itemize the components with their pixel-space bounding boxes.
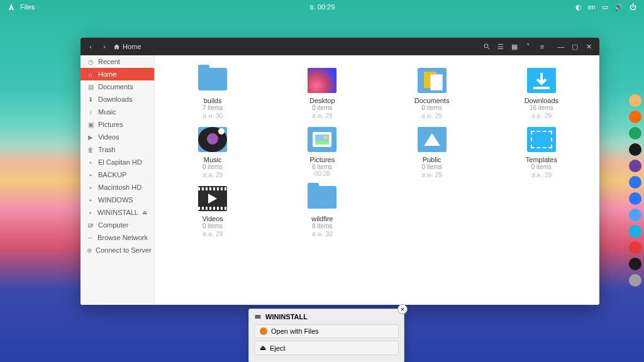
sidebar-item-macintosh-hd[interactable]: ▪Macintosh HD <box>80 181 154 194</box>
sidebar-item-windows[interactable]: ▪WINDOWS <box>80 194 154 206</box>
folder-name: builds <box>204 97 222 104</box>
folder-documents[interactable]: Documents 0 items ส.ค. 29 <box>380 68 484 121</box>
dock-app-4[interactable] <box>629 160 641 172</box>
sidebar-item-recent[interactable]: ◷Recent <box>80 55 154 68</box>
folder-date: ส.ค. 30 <box>312 229 332 239</box>
eject-button[interactable]: ⏏ Eject <box>254 341 399 355</box>
hamburger-menu-button[interactable]: ≡ <box>536 41 548 52</box>
sidebar-item-label: Connect to Server <box>96 246 152 254</box>
folder-item-count: 16 items <box>530 104 553 111</box>
sidebar-item-home[interactable]: ⌂Home <box>80 68 154 80</box>
folder-name: Music <box>204 156 222 163</box>
conn-icon: ⊕ <box>87 246 92 254</box>
folder-wildfire[interactable]: wildfire 8 items ส.ค. 30 <box>270 186 374 239</box>
sidebar-item-el-capitan-hd[interactable]: ▪El Capitan HD <box>80 156 154 168</box>
sidebar-item-label: Computer <box>98 221 128 229</box>
folder-date: ส.ค. 29 <box>531 170 552 180</box>
minimize-button[interactable]: — <box>555 41 567 52</box>
folder-icon <box>308 127 336 152</box>
location-breadcrumb[interactable]: Home <box>113 43 141 50</box>
eject-icon[interactable]: ⏏ <box>142 209 148 216</box>
drive-icon: ▪ <box>87 196 94 204</box>
eject-icon: ⏏ <box>260 344 266 352</box>
folder-item-count: 8 items <box>312 222 332 229</box>
dock-app-1[interactable] <box>629 111 641 123</box>
back-button[interactable]: ‹ <box>84 40 97 53</box>
dock-app-2[interactable] <box>629 127 641 140</box>
sidebar-item-label: Music <box>98 108 116 116</box>
dock-app-5[interactable] <box>629 176 641 189</box>
power-icon[interactable]: ⏻ <box>630 3 636 11</box>
dock-app-6[interactable] <box>629 192 641 205</box>
view-list-button[interactable]: ☰ <box>495 41 506 52</box>
view-grid-button[interactable]: ▦ <box>509 41 520 52</box>
dock-app-10[interactable] <box>629 258 641 270</box>
drive-icon: ▪ <box>87 209 94 216</box>
sidebar-item-trash[interactable]: 🗑Trash <box>80 143 154 156</box>
home-icon: ⌂ <box>87 70 94 78</box>
folder-name: Pictures <box>310 156 335 163</box>
folder-date: ส.ค. 29 <box>531 111 552 121</box>
folder-icon <box>418 127 447 152</box>
clock[interactable]: อ. 00:29 <box>309 1 335 13</box>
search-button[interactable] <box>481 41 492 52</box>
sidebar-item-documents[interactable]: ▤Documents <box>80 80 154 93</box>
dock-app-0[interactable] <box>629 94 641 107</box>
close-button[interactable]: ✕ <box>583 41 594 52</box>
forward-button[interactable]: › <box>98 40 111 53</box>
maximize-button[interactable]: ▢ <box>569 41 580 52</box>
app-name[interactable]: Files <box>20 3 35 11</box>
folder-icon <box>527 68 556 93</box>
dock-app-3[interactable] <box>629 143 641 156</box>
dock <box>629 94 641 287</box>
folder-item-count: 6 items <box>312 163 332 170</box>
dock-app-7[interactable] <box>629 209 641 221</box>
home-icon <box>113 43 120 50</box>
keyboard-lang[interactable]: en <box>588 3 596 11</box>
drive-icon: ▪ <box>87 171 94 178</box>
folder-icon <box>527 127 556 152</box>
folder-music[interactable]: Music 0 items ส.ค. 29 <box>161 127 264 180</box>
folder-pictures[interactable]: Pictures 6 items 00:28 <box>270 127 374 180</box>
sidebar-item-music[interactable]: ♪Music <box>80 106 154 118</box>
folder-videos[interactable]: Videos 0 items ส.ค. 29 <box>161 186 264 239</box>
folder-icon <box>198 186 227 211</box>
mount-notification: × WININSTALL Open with Files ⏏ Eject <box>248 309 404 362</box>
folder-builds[interactable]: builds 7 items ส.ค. 30 <box>161 68 264 121</box>
distro-logo-icon[interactable] <box>8 3 15 11</box>
sidebar-item-wininstall[interactable]: ▪WININSTALL⏏ <box>80 206 154 219</box>
clock-icon: ◷ <box>87 58 94 65</box>
sidebar-item-label: El Capitan HD <box>98 158 142 166</box>
svg-point-0 <box>484 44 488 48</box>
folder-templates[interactable]: Templates 0 items ส.ค. 29 <box>490 127 593 180</box>
sidebar-item-computer[interactable]: 🖳Computer <box>80 219 154 231</box>
sidebar-item-connect-to-server[interactable]: ⊕Connect to Server <box>80 244 154 256</box>
dock-app-9[interactable] <box>629 241 641 254</box>
volume-icon[interactable]: 🔊 <box>614 3 623 11</box>
view-dropdown-button[interactable]: ˅ <box>523 41 534 52</box>
folder-downloads[interactable]: Downloads 16 items ส.ค. 29 <box>490 68 593 121</box>
dock-app-11[interactable] <box>629 274 641 287</box>
folder-desktop[interactable]: Desktop 0 items ส.ค. 29 <box>270 68 374 121</box>
folder-public[interactable]: Public 0 items ส.ค. 29 <box>380 127 484 180</box>
folder-icon <box>308 186 336 211</box>
sidebar-item-label: WININSTALL <box>97 209 138 216</box>
notification-close-button[interactable]: × <box>397 304 408 314</box>
sidebar-item-backup[interactable]: ▪BACKUP <box>80 168 154 181</box>
folder-date: 00:28 <box>314 170 330 177</box>
status-indicator-icon[interactable]: ◐ <box>575 3 582 11</box>
open-with-files-button[interactable]: Open with Files <box>254 324 399 338</box>
dock-app-8[interactable] <box>629 225 641 238</box>
screen-icon[interactable]: ▭ <box>602 3 608 11</box>
sidebar-item-videos[interactable]: ▶Videos <box>80 131 154 143</box>
sidebar-item-label: Downloads <box>98 96 132 103</box>
content-area[interactable]: builds 7 items ส.ค. 30 Desktop 0 items ส… <box>155 55 599 305</box>
folder-icon <box>418 68 447 93</box>
folder-item-count: 0 items <box>422 163 442 170</box>
folder-name: wildfire <box>311 215 333 222</box>
sidebar-item-label: Recent <box>98 58 120 65</box>
folder-item-count: 7 items <box>203 104 223 111</box>
sidebar-item-browse-network[interactable]: ─Browse Network <box>80 231 154 244</box>
sidebar-item-downloads[interactable]: ⬇Downloads <box>80 93 154 106</box>
sidebar-item-pictures[interactable]: ▣Pictures <box>80 118 154 131</box>
